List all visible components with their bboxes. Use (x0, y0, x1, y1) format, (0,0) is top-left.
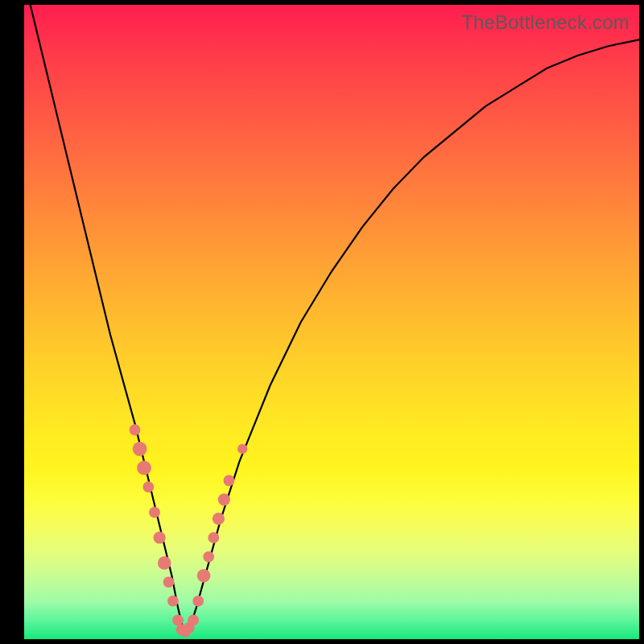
data-point (218, 493, 230, 506)
data-point (192, 596, 204, 607)
data-point (213, 513, 225, 525)
data-point (237, 444, 247, 453)
data-point (142, 481, 154, 493)
data-points-group (130, 424, 248, 637)
data-point (172, 615, 184, 626)
plot-area: TheBottleneck.com (24, 5, 639, 639)
data-point (208, 532, 219, 543)
chart-svg (24, 5, 639, 639)
data-point (197, 569, 211, 583)
data-point (130, 424, 141, 436)
data-point (149, 507, 160, 518)
data-point (203, 551, 214, 563)
data-point (167, 596, 179, 607)
data-point (224, 475, 235, 486)
data-point (133, 442, 147, 456)
data-point (163, 576, 175, 588)
bottleneck-curve (24, 5, 639, 633)
data-point (137, 460, 151, 475)
data-point (154, 531, 166, 543)
data-point (158, 556, 171, 570)
data-point (188, 615, 199, 626)
chart-frame: TheBottleneck.com (0, 0, 644, 644)
